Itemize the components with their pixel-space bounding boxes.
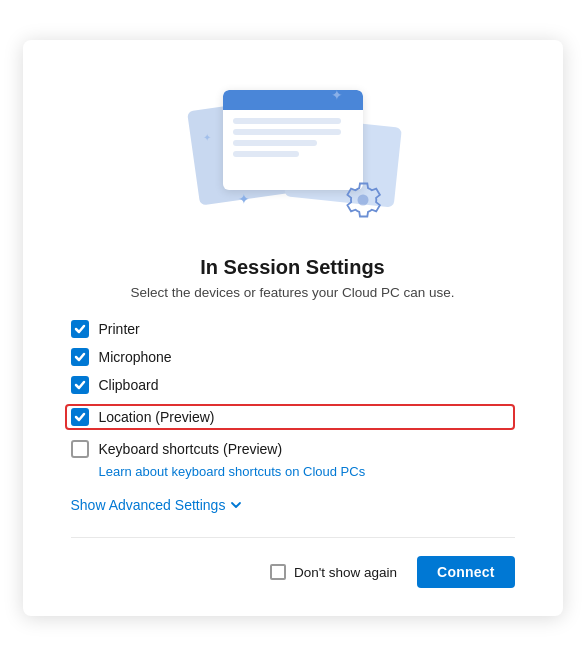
- sparkle-icon: ✦: [203, 132, 211, 143]
- illustration-window: [223, 90, 363, 190]
- sparkle-icon: ✦: [331, 87, 343, 103]
- advanced-settings-label: Show Advanced Settings: [71, 497, 226, 513]
- chevron-down-icon: [229, 498, 243, 512]
- advanced-settings-link[interactable]: Show Advanced Settings: [71, 497, 244, 513]
- option-microphone[interactable]: Microphone: [71, 348, 515, 366]
- dont-show-label: Don't show again: [294, 565, 397, 580]
- dont-show-checkbox[interactable]: [270, 564, 286, 580]
- options-list: Printer Microphone Clipboard: [71, 320, 515, 479]
- dialog-title: In Session Settings: [200, 256, 384, 279]
- illustration-line: [233, 118, 341, 124]
- dialog-footer: Don't show again Connect: [71, 537, 515, 588]
- in-session-settings-dialog: ✦ ✦ ✦ In Session Settings Select the dev…: [23, 40, 563, 616]
- illustration-line: [233, 151, 299, 157]
- location-label: Location (Preview): [99, 409, 215, 425]
- dialog-subtitle: Select the devices or features your Clou…: [130, 285, 454, 300]
- printer-checkbox[interactable]: [71, 320, 89, 338]
- keyboard-shortcuts-label: Keyboard shortcuts (Preview): [99, 441, 283, 457]
- dont-show-wrapper[interactable]: Don't show again: [270, 564, 397, 580]
- gear-icon: [341, 178, 385, 222]
- option-keyboard-shortcuts[interactable]: Keyboard shortcuts (Preview): [71, 440, 515, 458]
- option-printer[interactable]: Printer: [71, 320, 515, 338]
- illustration: ✦ ✦ ✦: [183, 72, 403, 232]
- option-location[interactable]: Location (Preview): [65, 404, 515, 430]
- illustration-lines: [223, 110, 363, 165]
- clipboard-label: Clipboard: [99, 377, 159, 393]
- illustration-line: [233, 140, 317, 146]
- printer-label: Printer: [99, 321, 140, 337]
- microphone-checkbox[interactable]: [71, 348, 89, 366]
- microphone-label: Microphone: [99, 349, 172, 365]
- connect-button[interactable]: Connect: [417, 556, 514, 588]
- keyboard-shortcuts-checkbox[interactable]: [71, 440, 89, 458]
- location-checkbox[interactable]: [71, 408, 89, 426]
- option-clipboard[interactable]: Clipboard: [71, 376, 515, 394]
- illustration-line: [233, 129, 341, 135]
- clipboard-checkbox[interactable]: [71, 376, 89, 394]
- keyboard-link[interactable]: Learn about keyboard shortcuts on Cloud …: [99, 464, 515, 479]
- sparkle-icon: ✦: [238, 191, 250, 207]
